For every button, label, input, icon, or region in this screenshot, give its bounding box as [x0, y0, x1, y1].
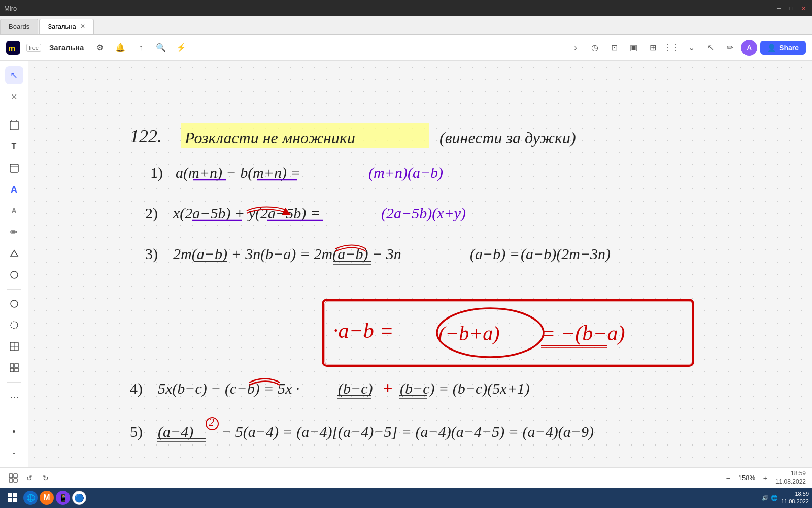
main-area: ↖ ✕ T A A ✏ ⋯ •	[0, 61, 812, 467]
tool-text-small[interactable]: A	[5, 202, 23, 220]
svg-rect-16	[10, 368, 14, 372]
svg-text:(b−c) = (b−c)(5x+1): (b−c) = (b−c)(5x+1)	[400, 380, 530, 397]
time: 18:59	[775, 470, 806, 478]
taskbar-chrome[interactable]: 🔵	[72, 491, 86, 505]
free-badge: free	[26, 44, 41, 52]
tool-text-a[interactable]: A	[5, 180, 23, 199]
time-display: 18:59 11.08.2022	[775, 470, 806, 486]
svg-rect-17	[15, 368, 18, 372]
svg-marker-7	[11, 250, 18, 256]
redo-button[interactable]: ↻	[39, 471, 53, 485]
svg-text:(m+n)(a−b): (m+n)(a−b)	[368, 164, 443, 181]
app-title: Miro	[4, 5, 17, 12]
zoom-in-button[interactable]: +	[758, 471, 772, 485]
taskbar-right: 🔊🌐 18:59 11.08.2022	[762, 490, 809, 506]
user-avatar[interactable]: A	[741, 40, 757, 56]
bottom-left-controls: ↺ ↻	[6, 471, 53, 485]
svg-rect-68	[13, 493, 17, 497]
taskbar-app2[interactable]: M	[40, 491, 54, 505]
notification-icon[interactable]: 🔔	[112, 40, 128, 56]
tab-boards[interactable]: Boards	[0, 19, 38, 34]
more-icon[interactable]: ⋮⋮	[664, 40, 680, 56]
svg-point-9	[11, 300, 18, 307]
canvas-area[interactable]: 122. Розкласти не множники (винести за д…	[28, 61, 812, 467]
tool-grid[interactable]	[5, 359, 23, 377]
share-button[interactable]: 👤 Share	[760, 41, 806, 55]
screen-icon[interactable]: ⊡	[606, 40, 622, 56]
pencil-toolbar-icon[interactable]: ✏	[722, 40, 738, 56]
svg-text:3): 3)	[145, 245, 158, 263]
tool-sticky[interactable]	[5, 159, 23, 177]
expand-icon[interactable]: ⌄	[683, 40, 699, 56]
svg-text:m: m	[8, 44, 15, 53]
search-icon[interactable]: 🔍	[153, 40, 169, 56]
svg-text:(винести за дужки): (винести за дужки)	[439, 129, 576, 147]
svg-text:122.: 122.	[130, 126, 162, 146]
svg-rect-70	[13, 498, 17, 502]
timer-icon[interactable]: ◷	[587, 40, 603, 56]
main-toolbar: m free Загальна ⚙ 🔔 ↑ 🔍 ⚡ › ◷ ⊡ ▣ ⊞ ⋮⋮ ⌄…	[0, 35, 812, 61]
svg-text:(2a−5b)(x+y): (2a−5b)(x+y)	[381, 205, 466, 222]
left-sidebar: ↖ ✕ T A A ✏ ⋯ •	[0, 61, 28, 467]
svg-text:(−b+a): (−b+a)	[438, 322, 500, 345]
taskbar-browser1[interactable]: 🌐	[23, 491, 38, 505]
tool-dot-tiny[interactable]: •	[5, 444, 23, 462]
tool-circle[interactable]	[5, 295, 23, 313]
cursor-icon[interactable]: ↖	[702, 40, 719, 56]
settings-icon[interactable]: ⚙	[92, 40, 108, 56]
tool-more[interactable]: ⋯	[5, 388, 23, 406]
lightning-icon[interactable]: ⚡	[173, 40, 189, 56]
tool-dot-small[interactable]: •	[5, 423, 23, 441]
tool-select[interactable]: ↖	[5, 66, 23, 84]
svg-text:+: +	[383, 378, 392, 397]
tabbar: Boards Загальна ✕	[0, 16, 812, 35]
svg-rect-14	[10, 364, 14, 367]
svg-text:(a−b)(2m−3n): (a−b)(2m−3n)	[521, 245, 611, 263]
taskbar-datetime: 18:59 11.08.2022	[781, 490, 809, 506]
tool-shapes[interactable]	[5, 266, 23, 284]
tool-text[interactable]: T	[5, 138, 23, 156]
svg-text:4): 4)	[130, 380, 143, 397]
svg-text:Розкласти не множники: Розкласти не множники	[184, 129, 355, 147]
whiteboard-content: 122. Розкласти не множники (винести за д…	[99, 102, 759, 459]
titlebar: Miro ─ □ ✕	[0, 0, 812, 16]
tool-close[interactable]: ✕	[5, 87, 23, 106]
svg-rect-15	[15, 364, 18, 367]
tool-eraser[interactable]	[5, 244, 23, 263]
tool-dashed-circle[interactable]	[5, 316, 23, 334]
svg-text:·a−b =: ·a−b =	[333, 319, 394, 342]
grid-view-button[interactable]	[6, 471, 20, 485]
svg-rect-5	[10, 164, 18, 172]
close-button[interactable]: ✕	[799, 4, 808, 13]
svg-text:− 5(a−4) = (a−4)[(a−4)−5] = (a: − 5(a−4) = (a−4)[(a−4)−5] = (a−4)(a−4−5)…	[221, 423, 594, 440]
maximize-button[interactable]: □	[787, 4, 796, 13]
svg-text:2): 2)	[145, 205, 158, 222]
svg-text:(a−b) =: (a−b) =	[470, 245, 520, 263]
svg-text:a(m+n) − b(m+n) =: a(m+n) − b(m+n) =	[176, 164, 301, 181]
undo-button[interactable]: ↺	[22, 471, 37, 485]
start-button[interactable]	[3, 490, 21, 506]
tab-zagalna[interactable]: Загальна ✕	[39, 19, 94, 34]
upload-icon[interactable]: ↑	[132, 40, 149, 56]
layout-icon[interactable]: ⊞	[645, 40, 661, 56]
svg-point-8	[11, 271, 18, 278]
svg-text:5x(b−c) − (c−b) = 5x ·: 5x(b−c) − (c−b) = 5x ·	[158, 380, 299, 397]
tab-close-icon[interactable]: ✕	[80, 23, 85, 30]
tool-frame[interactable]	[5, 116, 23, 135]
board-name[interactable]: Загальна	[49, 43, 84, 52]
minimize-button[interactable]: ─	[774, 4, 784, 13]
date: 11.08.2022	[775, 478, 806, 486]
svg-rect-69	[8, 498, 12, 502]
cursor-mode-icon[interactable]: ›	[567, 40, 584, 56]
tool-table[interactable]	[5, 337, 23, 356]
svg-rect-66	[14, 479, 17, 482]
zoom-out-button[interactable]: −	[721, 471, 735, 485]
present-icon[interactable]: ▣	[625, 40, 641, 56]
svg-rect-2	[10, 121, 18, 130]
tool-pencil[interactable]: ✏	[5, 223, 23, 241]
share-icon: 👤	[767, 44, 776, 52]
svg-point-10	[11, 322, 18, 329]
zoom-level-display[interactable]: 158%	[738, 474, 755, 482]
sidebar-separator-1	[7, 111, 21, 111]
taskbar-viber[interactable]: 📱	[56, 491, 70, 505]
